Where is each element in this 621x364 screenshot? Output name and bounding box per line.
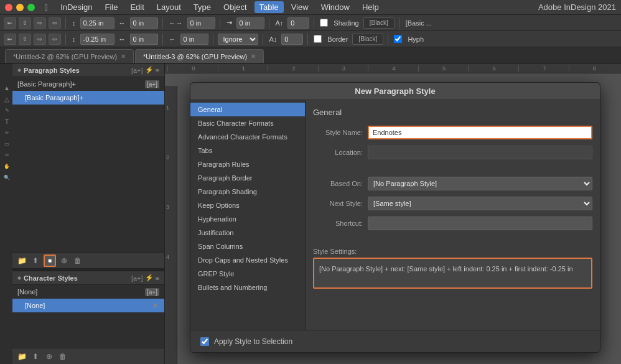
delete-char-style-btn[interactable]: ✕ (152, 301, 159, 310)
based-on-select[interactable]: [No Paragraph Style] (368, 177, 592, 190)
char-panel-menu-icon[interactable]: ≡ (156, 274, 159, 282)
tab-1[interactable]: *Untitled-2 @ 62% (GPU Preview) ✕ (5, 49, 134, 63)
menu-type[interactable]: Type (189, 1, 216, 13)
new-group-btn[interactable]: 📁 (16, 256, 27, 266)
dialog-title: New Paragraph Style (355, 86, 435, 96)
menu-table[interactable]: Table (254, 1, 284, 13)
load-styles-btn[interactable]: ⬆ (30, 256, 41, 266)
ignore-select[interactable]: Ignore (218, 34, 258, 45)
indent-input2[interactable] (130, 17, 158, 29)
style-item-basic-modified[interactable]: [Basic Paragraph]+ [a+] (12, 77, 164, 91)
zoom-tool[interactable]: 🔍 (2, 173, 11, 182)
menu-layout[interactable]: Layout (152, 1, 186, 13)
paragraph-styles-header[interactable]: ◆ Paragraph Styles [a+] ⚡ ≡ (12, 63, 164, 77)
dialog-body: General Basic Character Formats Advanced… (190, 100, 600, 330)
menu-edit[interactable]: Edit (125, 1, 149, 13)
indent-input3[interactable] (187, 17, 215, 29)
char-delete-style-btn[interactable]: 🗑 (57, 352, 68, 362)
tab-2-close[interactable]: ✕ (251, 53, 256, 60)
selection-tool[interactable]: ▲ (2, 83, 11, 92)
nav-bullets[interactable]: Bullets and Numbering (190, 281, 305, 294)
menu-indesign[interactable]: InDesign (55, 1, 97, 13)
shading-checkbox[interactable] (320, 19, 328, 27)
ruler-4: 4 (368, 65, 418, 72)
minimize-button[interactable] (16, 4, 24, 11)
nav-para-border[interactable]: Paragraph Border (190, 171, 305, 185)
nav-keep-options[interactable]: Keep Options (190, 198, 305, 212)
vertical-ruler: 1 2 3 4 (165, 86, 177, 364)
nav-span-columns[interactable]: Span Columns (190, 240, 305, 253)
menu-help[interactable]: Help (357, 1, 384, 13)
indent-input6[interactable] (130, 34, 158, 45)
nav-advanced-char[interactable]: Advanced Character Formats (190, 130, 305, 144)
align-right-btn[interactable]: ⇨ (34, 17, 46, 29)
nav-basic-char[interactable]: Basic Character Formats (190, 116, 305, 130)
char-style-none2[interactable]: [None] ✕ (12, 299, 164, 312)
tab-1-close[interactable]: ✕ (121, 53, 126, 60)
shortcut-input[interactable] (368, 217, 592, 230)
char-new-style-btn[interactable]: ⊕ (44, 352, 55, 362)
menu-window[interactable]: Window (316, 1, 355, 13)
sep4 (269, 17, 269, 29)
type-tool[interactable]: T (2, 117, 11, 126)
duplicate-style-btn[interactable]: ⊕ (58, 256, 70, 266)
apply-style-checkbox[interactable] (200, 337, 209, 346)
nav-general[interactable]: General (190, 103, 305, 116)
nav-para-shading[interactable]: Paragraph Shading (190, 185, 305, 198)
apple-icon[interactable]:  (45, 2, 48, 12)
ruler-8: 8 (569, 65, 619, 72)
align-left2-btn[interactable]: ⇤ (4, 34, 16, 45)
panel-menu-icon[interactable]: ≡ (156, 67, 159, 74)
apply-style-label: Apply Style to Selection (214, 337, 292, 346)
close-button[interactable] (5, 4, 12, 11)
maximize-button[interactable] (27, 4, 35, 11)
pencil-tool[interactable]: ✏ (2, 128, 11, 137)
pen-tool[interactable]: ✎ (2, 106, 11, 114)
menu-object[interactable]: Object (218, 1, 252, 13)
dialog-section-title: General (313, 108, 592, 117)
nav-drop-caps[interactable]: Drop Caps and Nested Styles (190, 253, 305, 267)
align-justify2-btn[interactable]: ⇦ (49, 34, 61, 45)
char-style-none[interactable]: [None] [a+] (12, 285, 164, 299)
ruler-5: 5 (418, 65, 469, 72)
nav-grep-style[interactable]: GREP Style (190, 267, 305, 281)
indent-input4[interactable] (236, 17, 264, 29)
hand-tool[interactable]: ✋ (2, 162, 11, 170)
indent-input7[interactable] (180, 34, 208, 45)
indent-input1[interactable] (80, 17, 114, 29)
nav-para-rules[interactable]: Paragraph Rules (190, 157, 305, 171)
rectangle-tool[interactable]: ▭ (2, 139, 11, 148)
align-left-btn[interactable]: ⇤ (4, 17, 16, 29)
menu-file[interactable]: File (100, 1, 123, 13)
nav-tabs[interactable]: Tabs (190, 144, 305, 157)
nav-hyphenation[interactable]: Hyphenation (190, 212, 305, 226)
align-justify-btn[interactable]: ⇦ (49, 17, 61, 29)
style-item-basic[interactable]: [Basic Paragraph]+ (12, 91, 164, 105)
indent-input5[interactable] (80, 34, 114, 45)
char-load-styles-btn[interactable]: ⬆ (30, 352, 41, 362)
baseline-input2[interactable] (281, 34, 303, 45)
baseline-input[interactable] (287, 17, 309, 29)
based-on-row: Based On: [No Paragraph Style] (313, 177, 592, 190)
char-new-group-btn[interactable]: 📁 (16, 352, 27, 362)
align-center2-btn[interactable]: ⇧ (19, 34, 31, 45)
scissor-tool[interactable]: ✂ (2, 151, 11, 159)
style-name-input[interactable] (368, 126, 592, 139)
indent-label2: ↔ (117, 19, 128, 27)
hyph-checkbox[interactable] (394, 35, 402, 43)
document-canvas: Endnotes ↳ Acias ini voluntus utenihi li… (165, 76, 621, 364)
next-style-select[interactable]: [Same style] (368, 197, 592, 210)
align-center-btn[interactable]: ⇧ (19, 17, 31, 29)
character-styles-header[interactable]: ◆ Character Styles [a+] ⚡ ≡ (12, 271, 164, 285)
direct-select-tool[interactable]: △ (2, 95, 11, 103)
tab-2[interactable]: *Untitled-3 @ 62% (GPU Preview) ✕ (135, 49, 264, 63)
border-checkbox[interactable] (314, 35, 322, 43)
align-right2-btn[interactable]: ⇨ (34, 34, 46, 45)
menu-view[interactable]: View (286, 1, 314, 13)
new-style-icon-box[interactable]: ■ (44, 254, 56, 267)
border-color-btn[interactable]: [Black] (352, 34, 383, 45)
shading-color-btn[interactable]: [Black] (363, 17, 395, 29)
delete-style-btn[interactable]: 🗑 (72, 256, 83, 266)
baseline-label: A↑ (274, 19, 286, 27)
nav-justification[interactable]: Justification (190, 226, 305, 240)
